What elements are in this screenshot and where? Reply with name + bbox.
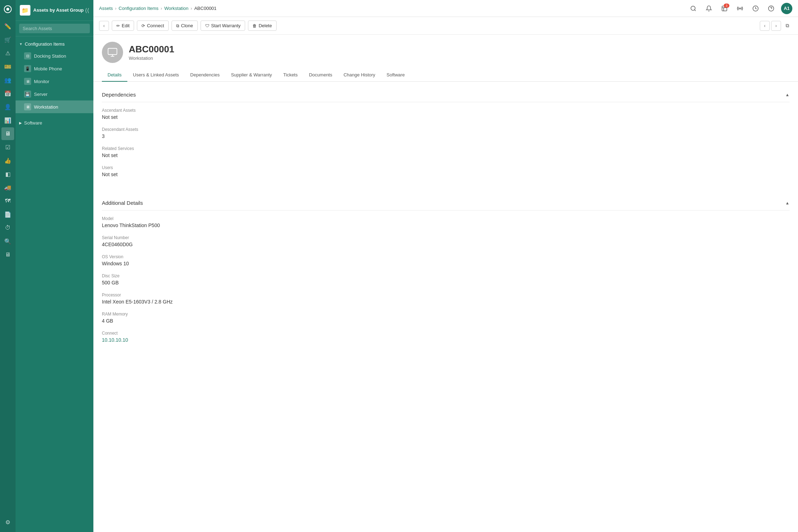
action-bar: ‹ ✏ Edit ⟳ Connect ⧉ Clone 🛡 Start Warra…	[93, 17, 798, 35]
notification-icon[interactable]	[703, 3, 715, 14]
sidebar-item-monitor[interactable]: 🖥 Monitor	[16, 75, 93, 88]
nav-calendar-icon[interactable]: 📅	[1, 87, 14, 100]
avatar[interactable]: A1	[781, 3, 792, 14]
os-version-value: Windows 10	[102, 261, 790, 266]
sidebar-item-mobile-phone-label: Mobile Phone	[34, 66, 62, 71]
tab-tickets[interactable]: Tickets	[278, 69, 303, 82]
connect-value[interactable]: 10.10.10.10	[102, 337, 790, 343]
tasks-icon[interactable]: 3	[719, 3, 730, 14]
nav-person-icon[interactable]: 👤	[1, 100, 14, 113]
nav-map-icon[interactable]: 🗺	[1, 195, 14, 207]
nav-edit-icon[interactable]: ✏️	[1, 20, 14, 33]
descendant-assets-field: Descendant Assets 3	[102, 127, 790, 139]
users-label: Users	[102, 165, 790, 170]
server-icon: 💾	[24, 91, 31, 98]
edit-button[interactable]: ✏ Edit	[112, 21, 134, 31]
tab-dependencies[interactable]: Dependencies	[185, 69, 225, 82]
search-icon[interactable]	[688, 3, 699, 14]
breadcrumb-workstation[interactable]: Workstation	[164, 6, 188, 11]
model-value: Lenovo ThinkStation P500	[102, 222, 790, 228]
notification-badge: 3	[724, 4, 729, 8]
warranty-icon: 🛡	[205, 23, 209, 28]
sidebar-item-monitor-label: Monitor	[34, 79, 49, 84]
processor-field: Processor Intel Xeon E5-1603V3 / 2.8 GHz	[102, 293, 790, 305]
sidebar-header: 📁 Assets by Asset Group ⟨⟨	[16, 0, 93, 21]
sidebar-section-config-items-header[interactable]: ▼ Configuration Items	[16, 39, 93, 50]
breadcrumb-assets[interactable]: Assets	[99, 6, 113, 11]
nav-thumbsup-icon[interactable]: 👍	[1, 154, 14, 167]
nav-alert-icon[interactable]: ⚠	[1, 47, 14, 59]
ascendant-assets-field: Ascendant Assets Not set	[102, 108, 790, 120]
nav-docs-icon[interactable]: 📄	[1, 208, 14, 221]
asset-header: ABC00001 Workstation	[93, 35, 798, 69]
tab-documents[interactable]: Documents	[303, 69, 338, 82]
breadcrumb: Assets › Configuration Items › Workstati…	[99, 6, 216, 11]
additional-details-section: Additional Details ▲ Model Lenovo ThinkS…	[102, 196, 790, 355]
sidebar-collapse-button[interactable]: ⟨⟨	[85, 7, 89, 14]
sidebar-software-label: Software	[24, 120, 42, 126]
connect-button[interactable]: ⟳ Connect	[137, 21, 168, 31]
connect-label: Connect	[102, 331, 790, 336]
additional-details-section-body: Model Lenovo ThinkStation P500 Serial Nu…	[102, 210, 790, 355]
tab-users-linked[interactable]: Users & Linked Assets	[127, 69, 185, 82]
connect-field: Connect 10.10.10.10	[102, 331, 790, 343]
nav-monitor-icon[interactable]: 🖥	[1, 248, 14, 261]
tab-supplier-warranty[interactable]: Supplier & Warranty	[225, 69, 278, 82]
processor-label: Processor	[102, 293, 790, 297]
svg-point-1	[6, 8, 9, 11]
asset-name: ABC00001	[129, 44, 174, 55]
back-button[interactable]: ‹	[99, 21, 109, 31]
nav-group-icon[interactable]: 👥	[1, 74, 14, 86]
tab-details[interactable]: Details	[102, 69, 127, 82]
nav-layers-icon[interactable]: ◧	[1, 168, 14, 180]
users-field: Users Not set	[102, 165, 790, 177]
delete-button[interactable]: 🗑 Delete	[248, 21, 277, 31]
tab-change-history[interactable]: Change History	[338, 69, 381, 82]
additional-details-section-header[interactable]: Additional Details ▲	[102, 196, 790, 210]
help-icon[interactable]	[765, 3, 777, 14]
sidebar-item-server[interactable]: 💾 Server	[16, 88, 93, 100]
history-icon[interactable]	[750, 3, 761, 14]
ascendant-assets-value: Not set	[102, 114, 790, 120]
breadcrumb-sep-1: ›	[115, 6, 116, 11]
nav-chart-icon[interactable]: 📊	[1, 114, 14, 127]
mobile-phone-icon: 📱	[24, 65, 31, 72]
nav-clock-icon[interactable]: ⏱	[1, 221, 14, 234]
dependencies-section-header[interactable]: Dependencies ▲	[102, 87, 790, 102]
svg-point-5	[740, 8, 741, 9]
sidebar-item-workstation[interactable]: 🖥 Workstation	[16, 100, 93, 113]
model-field: Model Lenovo ThinkStation P500	[102, 216, 790, 228]
tab-software[interactable]: Software	[381, 69, 410, 82]
sidebar-software-header[interactable]: ▶ Software	[16, 117, 93, 128]
connect-icon: ⟳	[141, 23, 145, 28]
prev-button[interactable]: ‹	[760, 21, 770, 31]
nav-settings-icon[interactable]: ⚙	[1, 516, 14, 528]
start-warranty-button[interactable]: 🛡 Start Warranty	[201, 21, 245, 31]
nav-screen-icon[interactable]: 🖥	[1, 127, 14, 140]
serial-number-value: 4CE0460D0G	[102, 242, 790, 247]
nav-checklist-icon[interactable]: ☑	[1, 141, 14, 154]
external-link-icon[interactable]: ⧉	[782, 21, 792, 31]
os-version-field: OS Version Windows 10	[102, 254, 790, 266]
nav-cart-icon[interactable]: 🛒	[1, 33, 14, 46]
next-button[interactable]: ›	[771, 21, 781, 31]
content-area: ‹ ✏ Edit ⟳ Connect ⧉ Clone 🛡 Start Warra…	[93, 17, 798, 532]
clone-button-label: Clone	[181, 23, 193, 28]
disc-size-field: Disc Size 500 GB	[102, 273, 790, 285]
related-services-value: Not set	[102, 152, 790, 158]
svg-line-3	[694, 10, 695, 11]
sidebar-item-mobile-phone[interactable]: 📱 Mobile Phone	[16, 62, 93, 75]
nav-search2-icon[interactable]: 🔍	[1, 235, 14, 248]
search-input[interactable]	[19, 24, 90, 33]
clone-button[interactable]: ⧉ Clone	[172, 21, 198, 31]
nav-ticket-icon[interactable]: 🎫	[1, 60, 14, 73]
sidebar-item-docking-station[interactable]: ⊟ Docking Station	[16, 50, 93, 62]
app-logo[interactable]	[1, 3, 14, 16]
asset-type: Workstation	[129, 56, 174, 61]
dependencies-section-body: Ascendant Assets Not set Descendant Asse…	[102, 102, 790, 190]
ascendant-assets-label: Ascendant Assets	[102, 108, 790, 113]
nav-truck-icon[interactable]: 🚚	[1, 181, 14, 194]
broadcast-icon[interactable]	[734, 3, 746, 14]
breadcrumb-config-items[interactable]: Configuration Items	[118, 6, 158, 11]
breadcrumb-sep-3: ›	[191, 6, 192, 11]
